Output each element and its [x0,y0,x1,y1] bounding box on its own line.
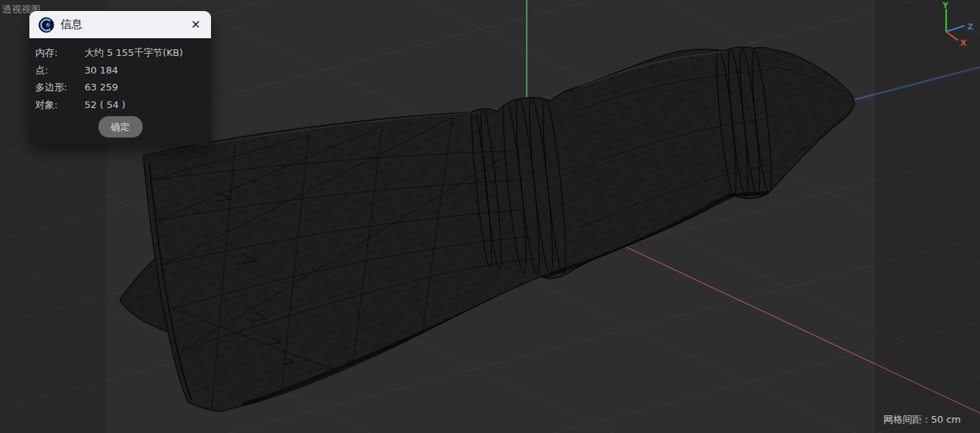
info-label: 点: [35,62,85,79]
info-value: 大约 5 155千字节(KB) [85,44,205,62]
info-row-memory: 内存: 大约 5 155千字节(KB) [35,44,205,62]
info-label: 多边形: [35,79,85,96]
dialog-title: 信息 [60,18,184,32]
info-label: 内存: [35,44,85,62]
info-dialog-body: 内存: 大约 5 155千字节(KB) 点: 30 184 多边形: 63 25… [29,38,211,145]
grid-spacing-label: 网格间距 : 50 cm [884,413,961,426]
gizmo-y-label: Y [942,1,949,10]
info-dialog-titlebar[interactable]: 信息 ✕ [29,11,211,38]
ok-button[interactable]: 确定 [99,116,143,137]
info-value: 63 259 [85,79,205,96]
axis-gizmo[interactable]: Y Z X [926,0,980,53]
c4d-viewport: 透视视图 摄像机.5 框选 网格间距 : 50 cm Y Z X [0,0,980,433]
info-value: 30 184 [85,62,205,79]
gizmo-x-label: X [960,38,967,48]
cinema4d-logo-icon [38,17,54,33]
info-row-polygons: 多边形: 63 259 [35,79,205,96]
gizmo-z-arm[interactable] [946,26,965,32]
info-value: 52 ( 54 ) [85,96,205,114]
info-row-points: 点: 30 184 [35,62,205,79]
info-dialog: 信息 ✕ 内存: 大约 5 155千字节(KB) 点: 30 184 多边形: … [29,11,211,145]
gizmo-z-label: Z [968,22,973,32]
safe-frame-mask-right [875,0,980,433]
gizmo-x-arm[interactable] [946,32,958,40]
info-row-objects: 对象: 52 ( 54 ) [35,96,205,114]
close-icon[interactable]: ✕ [190,19,202,31]
info-label: 对象: [35,96,85,114]
